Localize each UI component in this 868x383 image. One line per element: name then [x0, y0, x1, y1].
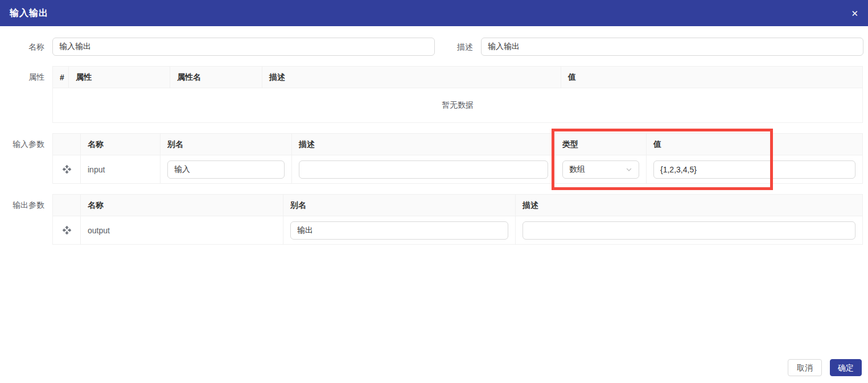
input-param-description-input[interactable]: [299, 160, 548, 179]
input-params-table: 名称 别名 描述 类型 值 input: [52, 133, 863, 184]
attributes-section-label: 属性: [0, 66, 44, 88]
output-params-table: 名称 别名 描述 output: [52, 194, 863, 245]
drag-handle[interactable]: [61, 163, 73, 175]
input-params-col-description: 描述: [292, 134, 556, 155]
attributes-col-index: #: [53, 67, 69, 88]
attributes-table: # 属性 属性名 描述 值 暂无数据: [52, 66, 863, 123]
input-param-alias-input[interactable]: [167, 160, 285, 179]
output-param-name: output: [81, 216, 283, 245]
output-params-header-row: 名称 别名 描述: [53, 195, 863, 216]
output-params-col-description: 描述: [516, 195, 863, 216]
output-params-col-alias: 别名: [283, 195, 516, 216]
input-param-row: input 数组: [53, 155, 863, 184]
dialog-header: 输入输出 ✕: [0, 0, 868, 26]
input-params-col-type: 类型: [556, 134, 647, 155]
attributes-header-row: # 属性 属性名 描述 值: [53, 67, 863, 88]
no-data-placeholder: 暂无数据: [53, 88, 863, 123]
attributes-col-value: 值: [561, 67, 863, 88]
output-param-alias-input[interactable]: [290, 221, 508, 240]
attributes-col-attribute-name: 属性名: [170, 67, 262, 88]
input-param-type-select[interactable]: 数组: [562, 160, 639, 179]
input-param-value-input[interactable]: [653, 160, 855, 179]
input-param-name: input: [81, 155, 161, 184]
output-params-col-drag: [53, 195, 81, 216]
attributes-col-attribute: 属性: [69, 67, 170, 88]
move-cross-icon: [62, 225, 72, 235]
attributes-col-description: 描述: [262, 67, 561, 88]
chevron-down-icon: [626, 166, 632, 173]
move-cross-icon: [62, 164, 72, 174]
attributes-empty-row: 暂无数据: [53, 88, 863, 123]
name-label: 名称: [0, 38, 44, 56]
input-params-col-drag: [53, 134, 81, 155]
description-input[interactable]: [481, 38, 863, 56]
output-params-section-label: 输出参数: [0, 194, 44, 216]
input-params-col-name: 名称: [81, 134, 161, 155]
type-select-value: 数组: [569, 164, 585, 175]
input-params-col-value: 值: [647, 134, 863, 155]
output-param-row: output: [53, 216, 863, 245]
output-params-col-name: 名称: [81, 195, 283, 216]
description-label: 描述: [435, 38, 473, 56]
drag-handle[interactable]: [61, 224, 73, 236]
dialog-title: 输入输出: [10, 7, 48, 19]
cancel-button[interactable]: 取消: [788, 359, 822, 376]
name-input[interactable]: [52, 38, 435, 56]
input-params-section-label: 输入参数: [0, 133, 44, 155]
input-params-col-alias: 别名: [161, 134, 292, 155]
confirm-button[interactable]: 确定: [830, 359, 862, 376]
input-params-header-row: 名称 别名 描述 类型 值: [53, 134, 863, 155]
output-param-description-input[interactable]: [523, 221, 855, 240]
close-icon[interactable]: ✕: [851, 9, 858, 18]
